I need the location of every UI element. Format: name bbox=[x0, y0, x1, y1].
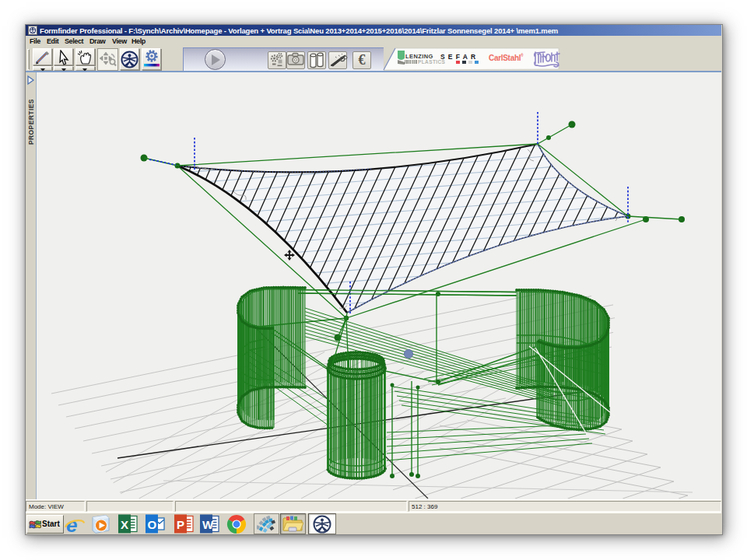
svg-text:W: W bbox=[202, 518, 214, 531]
svg-text:P: P bbox=[177, 518, 184, 531]
svg-text:X: X bbox=[121, 518, 128, 531]
svg-text:O: O bbox=[148, 518, 157, 531]
